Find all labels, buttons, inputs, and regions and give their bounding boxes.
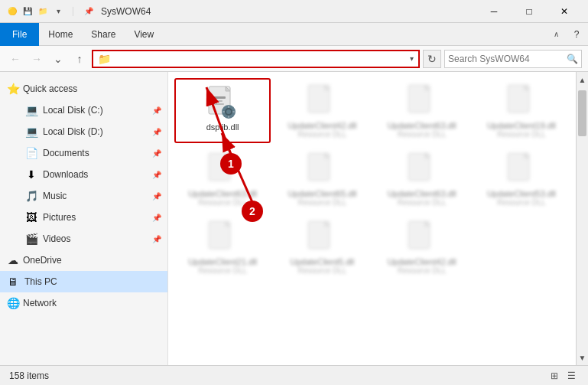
search-input[interactable]: [448, 54, 567, 64]
folder-small-icon: 📁: [37, 5, 49, 18]
refresh-button[interactable]: ↻: [423, 50, 441, 68]
file-item-5[interactable]: UpdateClient63.dll Resource DLL: [174, 146, 271, 211]
sidebar-item-downloads[interactable]: ⬇ Downloads 📌: [0, 164, 167, 185]
pin-icon-c: 📌: [152, 106, 161, 115]
scroll-track[interactable]: [577, 138, 588, 350]
sidebar-item-this-pc[interactable]: 🖥 This PC: [0, 271, 167, 292]
sidebar-item-pictures[interactable]: 🖼 Pictures 📌: [0, 207, 167, 228]
folder-icon: 🟡: [6, 5, 18, 18]
file-icon-11: [404, 219, 440, 256]
window-controls: ─ □ ✕: [476, 0, 582, 23]
file-sublabel-5: Resource DLL: [198, 198, 247, 207]
address-folder-icon: 📁: [98, 53, 111, 65]
file-item-dsplib[interactable]: dsplib.dll: [174, 78, 271, 143]
scroll-thumb[interactable]: [578, 90, 586, 136]
view-controls: ⊞ ☰: [547, 368, 579, 383]
file-grid: dsplib.dll UpdateClient42.dll Resource D…: [168, 72, 576, 365]
svg-rect-13: [212, 103, 224, 105]
music-icon: 🎵: [24, 189, 38, 203]
up-button[interactable]: ↑: [70, 50, 89, 68]
back-button[interactable]: ←: [6, 50, 24, 68]
sidebar-item-music[interactable]: 🎵 Music 📌: [0, 185, 167, 207]
address-input[interactable]: C:\Windows\SysWOW64: [114, 54, 410, 64]
file-label-9: UpdateClient21.dll: [188, 257, 257, 266]
file-item-6[interactable]: UpdateClient65.dll Resource DLL: [274, 146, 370, 211]
list-view-button[interactable]: ☰: [564, 368, 579, 383]
file-item-3[interactable]: UpdateClient63.dll Resource DLL: [374, 78, 470, 143]
svg-rect-11: [212, 96, 226, 99]
file-label-4: UpdateClient19.dll: [487, 121, 556, 130]
sidebar-item-local-disk-c[interactable]: 💻 Local Disk (C:) 📌: [0, 100, 167, 121]
file-item-9[interactable]: UpdateClient21.dll Resource DLL: [174, 214, 271, 279]
dropdown-arrow-icon[interactable]: ▾: [52, 5, 64, 18]
sidebar-item-onedrive[interactable]: ☁ OneDrive: [0, 250, 167, 271]
help-button[interactable]: ?: [565, 23, 588, 46]
file-label-6: UpdateClient65.dll: [288, 189, 356, 198]
pin-icon-pictures: 📌: [152, 214, 161, 222]
file-item-4[interactable]: UpdateClient19.dll Resource DLL: [473, 78, 570, 143]
file-sublabel-4: Resource DLL: [497, 130, 546, 139]
menu-expand-icon[interactable]: ∧: [547, 30, 565, 38]
network-icon: 🌐: [6, 296, 20, 310]
svg-rect-18: [228, 116, 229, 118]
forward-button[interactable]: →: [28, 50, 46, 68]
menu-file[interactable]: File: [0, 23, 39, 46]
close-button[interactable]: ✕: [547, 0, 582, 23]
file-label-2: UpdateClient42.dll: [288, 121, 356, 130]
file-item-11[interactable]: UpdateClient42.dll Resource DLL: [374, 214, 470, 279]
file-sublabel-3: Resource DLL: [398, 130, 447, 139]
address-dropdown-icon[interactable]: ▾: [410, 54, 414, 63]
content-wrapper: 1 2: [168, 72, 588, 365]
scroll-up-button[interactable]: ▲: [578, 73, 587, 86]
file-sublabel-6: Resource DLL: [297, 198, 346, 207]
onedrive-icon: ☁: [6, 253, 20, 267]
file-sublabel-7: Resource DLL: [398, 198, 447, 207]
address-bar: ← → ⌄ ↑ 📁 C:\Windows\SysWOW64 ▾ ↻ 🔍: [0, 46, 588, 72]
minimize-button[interactable]: ─: [476, 0, 512, 23]
scrollbar[interactable]: ▲ ▼: [576, 72, 588, 365]
address-input-wrap[interactable]: 📁 C:\Windows\SysWOW64 ▾: [92, 50, 420, 68]
file-sublabel-9: Resource DLL: [198, 266, 247, 275]
search-box[interactable]: 🔍: [444, 50, 582, 68]
sidebar-item-videos[interactable]: 🎬 Videos 📌: [0, 228, 167, 250]
pin-icon-d: 📌: [152, 128, 161, 136]
file-item-7[interactable]: UpdateClient63.dll Resource DLL: [374, 146, 470, 211]
grid-view-button[interactable]: ⊞: [547, 368, 562, 383]
menu-share[interactable]: Share: [82, 23, 125, 46]
svg-rect-17: [228, 106, 229, 108]
pictures-icon: 🖼: [24, 210, 38, 224]
title-bar-icons: 🟡 💾 📁 ▾ │ 📌: [6, 5, 95, 18]
separator: │: [67, 5, 80, 18]
pin-icon-music: 📌: [152, 192, 161, 201]
dsplib-filename: dsplib.dll: [206, 122, 239, 132]
file-icon-4: [503, 83, 540, 119]
recent-locations-button[interactable]: ⌄: [49, 50, 67, 68]
documents-icon: 📄: [24, 146, 38, 160]
file-icon-6: [304, 151, 340, 188]
file-icon-5: [204, 151, 241, 188]
this-pc-icon: 🖥: [6, 275, 20, 289]
sidebar-item-local-disk-d[interactable]: 💻 Local Disk (D:) 📌: [0, 121, 167, 142]
file-item-10[interactable]: UpdateClient5.dll Resource DLL: [274, 214, 370, 279]
sidebar-item-quick-access[interactable]: ⭐ Quick access: [0, 78, 167, 100]
svg-rect-12: [212, 100, 223, 102]
sidebar-item-network[interactable]: 🌐 Network: [0, 292, 167, 314]
file-label-10: UpdateClient5.dll: [290, 257, 354, 266]
downloads-icon: ⬇: [24, 168, 38, 181]
content-inner: dsplib.dll UpdateClient42.dll Resource D…: [168, 72, 588, 365]
menu-view[interactable]: View: [125, 23, 163, 46]
menu-home[interactable]: Home: [39, 23, 82, 46]
file-icon-3: [404, 83, 440, 119]
sidebar-item-documents[interactable]: 📄 Documents 📌: [0, 142, 167, 164]
pin-icon-docs: 📌: [152, 149, 161, 158]
svg-rect-20: [232, 111, 235, 113]
search-icon[interactable]: 🔍: [567, 54, 578, 64]
scroll-down-button[interactable]: ▼: [578, 351, 587, 364]
file-item-8[interactable]: UpdateClient53.dll Resource DLL: [473, 146, 570, 211]
save-icon: 💾: [21, 5, 34, 18]
svg-rect-19: [223, 111, 225, 113]
maximize-button[interactable]: □: [512, 0, 547, 23]
file-label-11: UpdateClient42.dll: [388, 257, 456, 266]
file-item-2[interactable]: UpdateClient42.dll Resource DLL: [274, 78, 370, 143]
item-count: 158 items: [9, 370, 49, 381]
